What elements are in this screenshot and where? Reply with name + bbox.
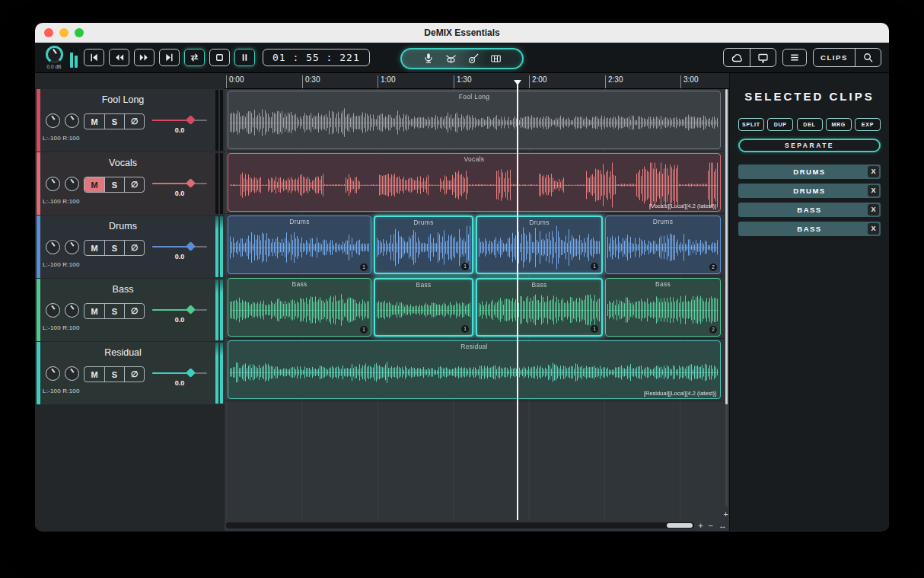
slider-thumb[interactable] — [186, 241, 196, 251]
export-button[interactable]: EXP — [855, 118, 881, 131]
phase-button[interactable]: ∅ — [124, 367, 144, 382]
monitor-icon[interactable] — [750, 49, 776, 66]
duplicate-button[interactable]: DUP — [767, 118, 793, 131]
cloud-icon[interactable] — [724, 49, 750, 66]
timeline-ruler[interactable]: 0:00 0:30 1:00 1:30 2:00 2:30 3:00 — [225, 73, 729, 89]
volume-slider[interactable] — [152, 117, 207, 124]
drums-icon[interactable] — [444, 53, 457, 65]
pan-knob[interactable] — [65, 177, 79, 191]
clip-badge[interactable]: 2 — [709, 326, 717, 334]
track-header-residual[interactable]: Residual M S ∅ L:-100 R:100 0.0 — [37, 342, 225, 404]
pause-button[interactable] — [234, 49, 255, 66]
zoom-fit-button[interactable]: ↔ — [718, 521, 727, 530]
clip-badge[interactable]: 1 — [360, 326, 368, 334]
track-header-fool-long[interactable]: Fool Long M S ∅ L:-100 R:100 0.0 — [37, 89, 225, 152]
solo-button[interactable]: S — [104, 114, 124, 129]
remove-clip-button[interactable]: X — [868, 223, 879, 235]
gain-knob[interactable] — [46, 177, 60, 191]
solo-button[interactable]: S — [104, 304, 124, 318]
phase-button[interactable]: ∅ — [124, 241, 144, 255]
clip-badge[interactable]: 1 — [461, 325, 469, 333]
clips-button[interactable]: CLIPS — [814, 49, 855, 66]
audio-clip[interactable]: Drums 1 — [374, 216, 473, 274]
separate-button[interactable]: SEPARATE — [738, 139, 881, 152]
audio-clip[interactable]: Vocals [Vocals][Local][4.2 (latest)] — [228, 153, 721, 212]
track-header-vocals[interactable]: Vocals M S ∅ L:-100 R:100 0.0 — [37, 152, 225, 215]
volume-slider[interactable] — [152, 369, 207, 377]
vertical-scrollbar[interactable] — [725, 89, 728, 506]
clip-badge[interactable]: 2 — [709, 263, 717, 271]
rewind-button[interactable] — [109, 49, 129, 66]
remove-clip-button[interactable]: X — [868, 185, 879, 196]
track-header-drums[interactable]: Drums M S ∅ L:-100 R:100 0.0 — [37, 216, 225, 278]
slider-thumb[interactable] — [186, 115, 196, 125]
vertical-zoom-in-button[interactable]: + — [724, 509, 728, 519]
gain-knob[interactable] — [46, 303, 60, 318]
clip-badge[interactable]: 1 — [461, 263, 469, 270]
audio-clip[interactable]: Bass 1 — [228, 278, 371, 337]
audio-clip[interactable]: Drums 1 — [476, 216, 603, 274]
clip-badge[interactable]: 1 — [360, 263, 368, 271]
remove-clip-button[interactable]: X — [868, 204, 879, 216]
skip-to-start-button[interactable] — [84, 49, 104, 66]
horizontal-scrollbar[interactable] — [226, 522, 694, 529]
microphone-icon[interactable] — [422, 53, 435, 65]
phase-button[interactable]: ∅ — [124, 177, 144, 192]
volume-slider[interactable] — [152, 306, 207, 314]
merge-button[interactable]: MRG — [826, 118, 852, 131]
guitar-icon[interactable] — [467, 53, 480, 65]
track-header-bass[interactable]: Bass M S ∅ L:-100 R:100 0.0 — [37, 279, 225, 341]
mute-button[interactable]: M — [84, 367, 104, 382]
mute-button[interactable]: M — [84, 177, 104, 192]
vertical-scrollbar-thumb[interactable] — [725, 89, 728, 404]
slider-thumb[interactable] — [186, 368, 196, 378]
gain-knob[interactable] — [46, 366, 60, 381]
selected-clip-item[interactable]: DRUMS X — [738, 184, 881, 198]
loop-button[interactable] — [184, 49, 205, 66]
selected-clip-item[interactable]: BASS X — [738, 222, 881, 236]
remove-clip-button[interactable]: X — [868, 166, 879, 177]
piano-icon[interactable] — [489, 53, 502, 65]
solo-button[interactable]: S — [104, 177, 124, 192]
close-window-button[interactable] — [44, 28, 53, 37]
zoom-out-button[interactable]: − — [709, 521, 713, 530]
playhead[interactable] — [517, 81, 518, 520]
slider-thumb[interactable] — [186, 178, 196, 188]
audio-clip[interactable]: Drums 1 — [228, 216, 371, 274]
audio-clip[interactable]: Bass 2 — [605, 278, 721, 337]
pan-knob[interactable] — [65, 303, 79, 318]
split-button[interactable]: SPLIT — [738, 118, 764, 131]
zoom-in-button[interactable]: + — [698, 521, 703, 530]
skip-to-end-button[interactable] — [159, 49, 180, 66]
delete-button[interactable]: DEL — [797, 118, 823, 131]
horizontal-scrollbar-thumb[interactable] — [667, 523, 693, 528]
mute-button[interactable]: M — [84, 114, 104, 129]
menu-button[interactable] — [782, 49, 807, 66]
search-icon[interactable] — [855, 49, 881, 66]
solo-button[interactable]: S — [104, 241, 124, 255]
audio-clip[interactable]: Bass 1 — [374, 278, 473, 337]
clip-badge[interactable]: 1 — [591, 263, 598, 270]
volume-slider[interactable] — [152, 180, 207, 187]
selected-clip-item[interactable]: DRUMS X — [738, 164, 881, 179]
stop-button[interactable] — [209, 49, 230, 66]
pan-knob[interactable] — [65, 113, 79, 128]
minimize-window-button[interactable] — [59, 28, 69, 37]
audio-clip[interactable]: Bass 1 — [476, 278, 603, 337]
gain-knob[interactable] — [46, 240, 60, 254]
master-gain-knob[interactable] — [46, 46, 63, 63]
phase-button[interactable]: ∅ — [124, 304, 144, 318]
time-display[interactable]: 01 : 55 : 221 — [263, 49, 370, 66]
selected-clip-item[interactable]: BASS X — [738, 203, 881, 217]
solo-button[interactable]: S — [104, 367, 124, 382]
mute-button[interactable]: M — [84, 304, 104, 318]
gain-knob[interactable] — [46, 113, 60, 128]
zoom-window-button[interactable] — [75, 28, 84, 37]
fast-forward-button[interactable] — [134, 49, 155, 66]
slider-thumb[interactable] — [186, 305, 196, 315]
mute-button[interactable]: M — [84, 241, 104, 255]
pan-knob[interactable] — [65, 366, 79, 381]
audio-clip[interactable]: Residual [Residual][Local][4.2 (latest)] — [228, 340, 721, 399]
audio-clip[interactable]: Fool Long — [228, 91, 721, 149]
phase-button[interactable]: ∅ — [124, 114, 144, 129]
